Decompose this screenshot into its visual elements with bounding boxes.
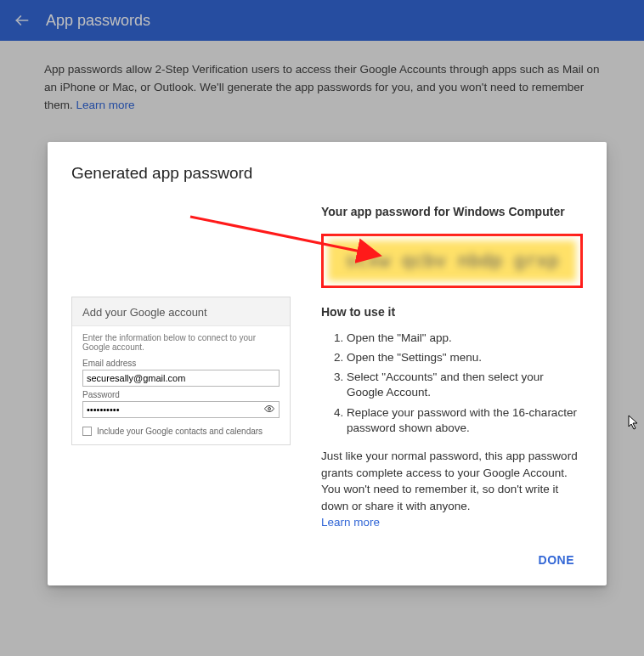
svg-point-2 (268, 407, 271, 410)
step-item: Open the "Mail" app. (347, 331, 583, 346)
modal-card: Generated app password Add your Google a… (48, 142, 607, 585)
topbar: App passwords (0, 0, 644, 41)
password-box-frame: scxw qcbv nbdp grxp (321, 234, 583, 288)
email-label: Email address (82, 359, 280, 368)
intro-text: App passwords allow 2-Step Verification … (0, 41, 644, 127)
add-account-title: Add your Google account (72, 297, 290, 326)
checkbox-label: Include your Google contacts and calenda… (97, 427, 263, 436)
generated-password: scxw qcbv nbdp grxp (328, 240, 576, 281)
card-title: Generated app password (71, 164, 583, 183)
step-item: Replace your password with the 16-charac… (347, 405, 583, 436)
password-field[interactable] (82, 401, 280, 418)
note-text: Just like your normal password, this app… (321, 448, 583, 531)
step-item: Open the "Settings" menu. (347, 350, 583, 365)
note-body: Just like your normal password, this app… (321, 450, 578, 512)
include-contacts-checkbox[interactable]: Include your Google contacts and calenda… (82, 427, 280, 436)
intro-learn-more-link[interactable]: Learn more (76, 99, 135, 111)
page-title: App passwords (46, 12, 150, 30)
note-learn-more-link[interactable]: Learn more (321, 516, 380, 529)
checkbox-icon (82, 427, 92, 436)
email-field[interactable] (82, 370, 280, 387)
mouse-cursor-icon (628, 415, 640, 433)
steps-list: Open the "Mail" app. Open the "Settings"… (321, 331, 583, 436)
password-label: Password (82, 390, 280, 399)
left-column: Add your Google account Enter the inform… (71, 205, 291, 567)
back-arrow-icon[interactable] (14, 12, 31, 29)
done-button[interactable]: DONE (530, 548, 583, 572)
how-to-title: How to use it (321, 305, 583, 319)
password-for-heading: Your app password for Windows Computer (321, 205, 583, 218)
reveal-password-icon[interactable] (264, 404, 274, 416)
step-item: Select "Accounts" and then select your G… (347, 370, 583, 400)
add-account-panel: Add your Google account Enter the inform… (71, 297, 291, 445)
right-column: Your app password for Windows Computer s… (321, 205, 583, 567)
add-account-subtitle: Enter the information below to connect t… (82, 333, 280, 352)
